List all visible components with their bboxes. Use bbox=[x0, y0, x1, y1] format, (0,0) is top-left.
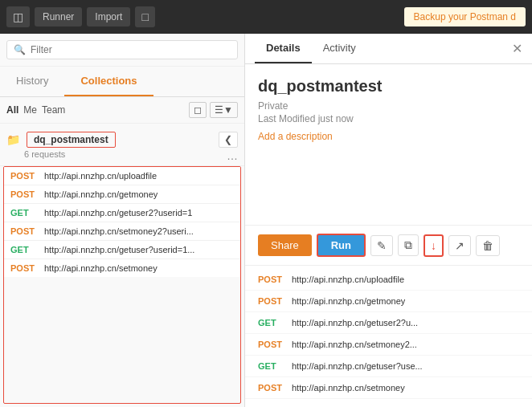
tab-history[interactable]: History bbox=[0, 67, 64, 96]
method-badge: POST bbox=[10, 171, 38, 181]
request-url: http://api.nnzhp.cn/getuser2?userid=1 bbox=[44, 208, 192, 218]
folder-icon: 📁 bbox=[6, 133, 20, 146]
method-badge: GET bbox=[10, 245, 38, 254]
top-bar: ◫ Runner Import □ Backup your Postman d bbox=[0, 0, 532, 34]
request-url: http://api.nnzhp.cn/getmoney bbox=[44, 189, 158, 199]
method-badge: POST bbox=[10, 263, 38, 273]
collection-area: 📁 dq_postmantest ❮ 6 requests … bbox=[0, 124, 244, 166]
edit-button[interactable]: ✎ bbox=[370, 235, 393, 256]
tab-details[interactable]: Details bbox=[255, 34, 312, 63]
search-icon: 🔍 bbox=[14, 44, 26, 55]
modified-label: Last Modified just now bbox=[258, 113, 519, 124]
duplicate-button[interactable]: ⧉ bbox=[398, 234, 419, 256]
share-button[interactable]: Share bbox=[258, 234, 312, 256]
filter-me[interactable]: Me bbox=[23, 104, 37, 116]
method-badge: POST bbox=[258, 296, 285, 306]
run-button[interactable]: Run bbox=[317, 234, 366, 257]
sort-button[interactable]: ☰▼ bbox=[210, 102, 238, 118]
method-badge: GET bbox=[258, 361, 285, 371]
method-badge: GET bbox=[10, 208, 38, 218]
method-badge: POST bbox=[258, 383, 285, 393]
method-badge: POST bbox=[258, 340, 285, 349]
request-list: POSThttp://api.nnzhp.cn/uploadfilePOSTht… bbox=[3, 166, 241, 404]
main-layout: 🔍 History Collections All Me Team ◻ ☰▼ bbox=[0, 34, 532, 407]
search-input-wrap: 🔍 bbox=[6, 40, 238, 59]
left-panel: 🔍 History Collections All Me Team ◻ ☰▼ bbox=[0, 34, 245, 407]
sidebar-toggle-button[interactable]: ◫ bbox=[6, 6, 30, 27]
list-item[interactable]: POSThttp://api.nnzhp.cn/getmoney bbox=[245, 291, 532, 312]
request-url: http://api.nnzhp.cn/getuser2?u... bbox=[292, 318, 418, 328]
new-tab-button[interactable]: □ bbox=[135, 6, 154, 27]
import-button[interactable]: Import bbox=[87, 7, 130, 26]
backup-banner: Backup your Postman d bbox=[404, 7, 526, 26]
list-item[interactable]: GEThttp://api.nnzhp.cn/getuser2?userid=1 bbox=[4, 204, 240, 222]
search-bar: 🔍 bbox=[0, 34, 244, 67]
close-button[interactable]: ✕ bbox=[512, 41, 522, 56]
collapse-button[interactable]: ❮ bbox=[219, 132, 238, 148]
delete-button[interactable]: 🗑 bbox=[476, 235, 500, 256]
list-item[interactable]: GEThttp://api.nnzhp.cn/getuser?userid=1.… bbox=[4, 241, 240, 259]
request-url: http://api.nnzhp.cn/setmoney2... bbox=[292, 340, 417, 349]
filter-team[interactable]: Team bbox=[42, 104, 65, 116]
collection-subtext: 6 requests bbox=[0, 149, 244, 159]
list-item[interactable]: POSThttp://api.nnzhp.cn/getmoney bbox=[4, 185, 240, 204]
method-badge: POST bbox=[258, 275, 285, 284]
tab-collections[interactable]: Collections bbox=[64, 67, 153, 96]
list-item[interactable]: POSThttp://api.nnzhp.cn/setmoney2... bbox=[245, 334, 532, 356]
details-panel: dq_postmantest Private Last Modified jus… bbox=[245, 64, 532, 225]
list-item[interactable]: POSThttp://api.nnzhp.cn/uploadfile bbox=[245, 269, 532, 291]
list-item[interactable]: POSThttp://api.nnzhp.cn/setmoney2?useri.… bbox=[4, 222, 240, 241]
collection-name: dq_postmantest bbox=[27, 132, 116, 148]
collection-title: dq_postmantest bbox=[258, 77, 519, 96]
right-request-list: POSThttp://api.nnzhp.cn/uploadfilePOSTht… bbox=[245, 266, 532, 407]
request-url: http://api.nnzhp.cn/getuser?userid=1... bbox=[44, 245, 194, 254]
share-link-button[interactable]: ↗ bbox=[448, 235, 471, 256]
request-url: http://api.nnzhp.cn/uploadfile bbox=[44, 171, 157, 181]
filter-bar: All Me Team ◻ ☰▼ bbox=[0, 97, 244, 124]
list-item[interactable]: POSThttp://api.nnzhp.cn/uploadfile bbox=[4, 167, 240, 185]
add-description-link[interactable]: Add a description bbox=[258, 131, 519, 142]
filter-all[interactable]: All bbox=[6, 104, 18, 116]
request-url: http://api.nnzhp.cn/setmoney bbox=[44, 263, 158, 273]
request-url: http://api.nnzhp.cn/getmoney bbox=[292, 296, 405, 306]
list-item[interactable]: POSThttp://api.nnzhp.cn/setmoney bbox=[4, 259, 240, 277]
method-badge: GET bbox=[258, 318, 285, 328]
request-url: http://api.nnzhp.cn/uploadfile bbox=[292, 275, 404, 284]
filter-icons: ◻ ☰▼ bbox=[189, 102, 238, 118]
private-label: Private bbox=[258, 100, 519, 112]
runner-button[interactable]: Runner bbox=[35, 7, 82, 26]
tab-activity[interactable]: Activity bbox=[312, 34, 367, 63]
method-badge: POST bbox=[10, 189, 38, 199]
list-item[interactable]: GEThttp://api.nnzhp.cn/getuser2?u... bbox=[245, 312, 532, 334]
download-button[interactable]: ↓ bbox=[424, 234, 444, 257]
left-tabs: History Collections bbox=[0, 67, 244, 97]
new-collection-button[interactable]: ◻ bbox=[189, 102, 207, 118]
list-item[interactable]: POSThttp://api.nnzhp.cn/setmoney bbox=[245, 377, 532, 399]
method-badge: POST bbox=[10, 226, 38, 236]
search-input[interactable] bbox=[31, 44, 231, 55]
list-item[interactable]: GEThttp://api.nnzhp.cn/getuser?use... bbox=[245, 356, 532, 377]
request-url: http://api.nnzhp.cn/getuser?use... bbox=[292, 361, 423, 371]
request-url: http://api.nnzhp.cn/setmoney bbox=[292, 383, 405, 393]
request-url: http://api.nnzhp.cn/setmoney2?useri... bbox=[44, 226, 194, 236]
action-bar: Share Run ✎ ⧉ ↓ ↗ 🗑 bbox=[245, 225, 532, 266]
right-tabs: Details Activity ✕ bbox=[245, 34, 532, 64]
right-panel: Details Activity ✕ dq_postmantest Privat… bbox=[245, 34, 532, 407]
more-options-button[interactable]: … bbox=[227, 149, 238, 162]
